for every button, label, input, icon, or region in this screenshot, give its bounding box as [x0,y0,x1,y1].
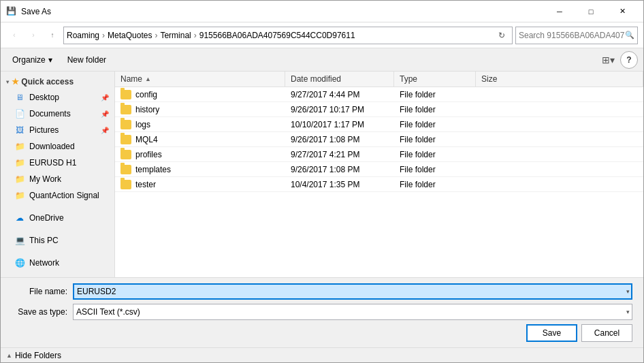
filename-label: File name: [12,287,73,296]
quick-access-section: ▾ ★ Quick access 🖥 Desktop 📌 📄 Documents… [1,74,114,204]
new-folder-button[interactable]: New folder [61,51,112,69]
file-type-cell: File folder [394,88,476,101]
table-row[interactable]: MQL4 9/26/2017 1:08 PM File folder [115,132,643,147]
cancel-button[interactable]: Cancel [581,324,632,342]
file-size-cell [476,153,643,157]
filename-input[interactable] [73,283,632,300]
filename-row: File name: ▾ [12,283,632,300]
organize-arrow: ▾ [48,55,52,65]
folder-icon [120,180,131,189]
quantaction-icon: 📁 [14,190,25,201]
up-button[interactable]: ↑ [44,27,61,44]
crumb-metaquotes[interactable]: MetaQuotes [108,31,152,40]
file-size-cell [476,108,643,112]
minimize-button[interactable]: ─ [544,1,575,22]
file-size-cell [476,93,643,97]
table-row[interactable]: profiles 9/27/2017 4:21 PM File folder [115,147,643,162]
sidebar-item-onedrive[interactable]: ☁ OneDrive [1,210,114,226]
quantaction-label: QuantAction Signal [29,191,109,200]
file-name-text: templates [135,165,171,174]
sidebar-item-desktop[interactable]: 🖥 Desktop 📌 [1,89,114,106]
sidebar-item-eurusd[interactable]: 📁 EURUSD H1 [1,155,114,171]
toolbar: Organize ▾ New folder ⊞ ▾ ? [1,48,643,72]
desktop-icon: 🖥 [14,92,25,103]
save-button[interactable]: Save [526,324,577,342]
table-row[interactable]: logs 10/10/2017 1:17 PM File folder [115,117,643,132]
crumb-roaming[interactable]: Roaming [67,31,99,40]
hide-folders-toggle[interactable]: ▲ Hide Folders [6,351,61,360]
pictures-pin-icon: 📌 [101,127,109,134]
file-name-cell: templates [115,163,285,176]
col-header-name[interactable]: Name ▲ [115,72,285,86]
folder-icon [120,105,131,114]
search-box[interactable]: 🔍 [515,27,638,44]
quick-access-header[interactable]: ▾ ★ Quick access [1,74,114,89]
sidebar-divider-2 [1,229,114,230]
organize-button[interactable]: Organize ▾ [6,51,59,69]
savetype-select[interactable]: ASCII Text (*.csv) [73,304,632,320]
sidebar-item-mywork[interactable]: 📁 My Work [1,171,114,187]
sidebar-item-network[interactable]: 🌐 Network [1,255,114,271]
hide-folders-chevron: ▲ [6,352,12,359]
address-bar: ‹ › ↑ Roaming › MetaQuotes › Terminal › … [1,22,643,48]
back-button[interactable]: ‹ [6,27,22,44]
file-name-text: logs [135,120,150,129]
forward-button[interactable]: › [25,27,42,44]
folder-icon [120,90,131,99]
file-name-cell: history [115,103,285,116]
file-date-cell: 9/26/2017 10:17 PM [285,103,394,116]
file-date-cell: 9/26/2017 1:08 PM [285,133,394,146]
file-list: Name ▲ Date modified Type Size config 9 [115,72,643,277]
search-input[interactable] [519,31,625,40]
col-header-date[interactable]: Date modified [285,72,394,86]
sidebar-item-pictures[interactable]: 🖼 Pictures 📌 [1,122,114,138]
file-size-cell [476,183,643,187]
sidebar-item-quantaction[interactable]: 📁 QuantAction Signal [1,187,114,204]
crumb-terminal[interactable]: Terminal [160,31,191,40]
table-row[interactable]: config 9/27/2017 4:44 PM File folder [115,87,643,102]
sidebar-item-documents[interactable]: 📄 Documents 📌 [1,106,114,122]
sidebar: ▾ ★ Quick access 🖥 Desktop 📌 📄 Documents… [1,72,115,277]
file-name-cell: config [115,88,285,101]
filename-input-wrapper: ▾ [73,283,632,300]
network-section: 🌐 Network [1,255,114,271]
file-name-cell: tester [115,178,285,191]
close-button[interactable]: ✕ [607,1,638,22]
file-name-text: profiles [135,150,162,159]
address-path[interactable]: Roaming › MetaQuotes › Terminal › 915566… [63,27,513,44]
crumb-guid[interactable]: 915566BA06ADA407569C544CC0D97611 [199,31,355,40]
file-name-cell: MQL4 [115,133,285,146]
eurusd-label: EURUSD H1 [29,158,109,168]
eurusd-icon: 📁 [14,157,25,168]
organize-label: Organize [12,55,46,65]
sidebar-item-downloaded[interactable]: 📁 Downloaded [1,138,114,155]
table-row[interactable]: tester 10/4/2017 1:35 PM File folder [115,177,643,192]
status-bar: ▲ Hide Folders [1,347,643,362]
file-size-cell [476,123,643,127]
onedrive-icon: ☁ [14,212,25,223]
documents-icon: 📄 [14,108,25,119]
content-area: ▾ ★ Quick access 🖥 Desktop 📌 📄 Documents… [1,72,643,277]
mywork-label: My Work [29,174,109,184]
col-type-label: Type [400,74,417,84]
window-controls: ─ □ ✕ [544,1,638,22]
col-header-type[interactable]: Type [394,72,476,86]
downloaded-icon: 📁 [14,141,25,152]
sidebar-item-thispc[interactable]: 💻 This PC [1,232,114,249]
mywork-icon: 📁 [14,174,25,185]
quick-access-star-icon: ★ [12,77,19,86]
col-size-label: Size [481,74,497,84]
maximize-button[interactable]: □ [575,1,607,22]
view-button[interactable]: ⊞ ▾ [598,51,617,69]
refresh-button[interactable]: ↻ [494,28,509,43]
new-folder-label: New folder [67,55,106,65]
table-row[interactable]: templates 9/26/2017 1:08 PM File folder [115,162,643,177]
help-button[interactable]: ? [620,51,638,69]
col-date-label: Date modified [291,74,341,84]
col-header-size[interactable]: Size [476,72,643,86]
file-type-cell: File folder [394,178,476,191]
toolbar-right: ⊞ ▾ ? [598,51,638,69]
network-label: Network [29,258,109,268]
breadcrumb: Roaming › MetaQuotes › Terminal › 915566… [67,31,494,40]
table-row[interactable]: history 9/26/2017 10:17 PM File folder [115,102,643,117]
